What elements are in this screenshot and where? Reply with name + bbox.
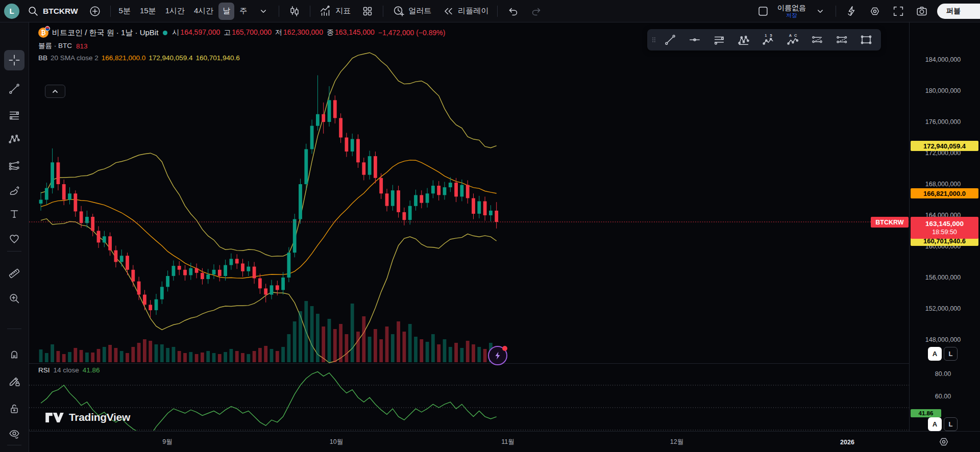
compare-add-symbol-button[interactable]	[84, 3, 106, 20]
undo-icon	[506, 5, 520, 18]
fib-tool[interactable]	[4, 105, 24, 125]
indicators-button[interactable]: 지표	[314, 3, 355, 20]
ruler-tool[interactable]	[4, 263, 24, 284]
main-log-scale-button[interactable]: L	[944, 347, 958, 361]
interval-5분[interactable]: 5분	[115, 3, 135, 20]
interval-4시간[interactable]: 4시간	[190, 3, 217, 20]
fullscreen-icon	[892, 5, 905, 18]
magnet-tool[interactable]	[4, 344, 24, 364]
pencil-lock-tool[interactable]	[4, 371, 24, 391]
tradingview-logo[interactable]: TradingView	[45, 411, 130, 423]
interval-menu-button[interactable]	[252, 3, 275, 20]
publish-button[interactable]: 퍼블	[937, 4, 980, 19]
bb-name[interactable]: BB	[38, 54, 47, 62]
projection-tool[interactable]	[4, 156, 24, 176]
korea-flag-icon	[45, 26, 50, 31]
axis-settings-button[interactable]	[937, 435, 950, 450]
main-auto-scale-button[interactable]: A	[928, 347, 942, 361]
pencil-lock-icon	[8, 374, 21, 388]
rect-favorite-button[interactable]	[854, 30, 878, 49]
drag-handle[interactable]	[650, 30, 658, 49]
legend-collapse-button[interactable]	[45, 85, 65, 98]
last-price-value: 163,145,000	[925, 219, 964, 229]
indicator-templates-button[interactable]	[356, 3, 379, 20]
brush-tool[interactable]	[4, 181, 24, 201]
interval-주[interactable]: 주	[235, 3, 251, 20]
open-value: 164,597,000	[180, 28, 220, 37]
zoom-in-tool[interactable]	[4, 288, 24, 309]
xabcd-favorite-button[interactable]	[731, 30, 756, 49]
rsi-name[interactable]: RSI	[38, 366, 50, 374]
fullscreen-button[interactable]	[887, 3, 910, 20]
symbol-search-button[interactable]: BTCKRW	[24, 3, 83, 20]
symbol-title[interactable]: 비트코인 / 한국 원 · 1날 · UpBit	[52, 28, 158, 38]
user-avatar[interactable]: L	[4, 4, 19, 19]
quick-action-icon	[845, 5, 858, 18]
volume-label[interactable]: 볼륨 · BTC	[38, 41, 72, 51]
crosshair-tool[interactable]	[4, 50, 24, 70]
hline-favorite-button[interactable]	[682, 30, 707, 49]
trendline-favorite-button[interactable]	[658, 30, 682, 49]
alert-clock-icon	[392, 5, 405, 18]
time-tick: 12월	[670, 432, 683, 452]
bb-params: 20 SMA close 2	[51, 54, 99, 62]
time-axis[interactable]: 9월10월11월12월2026	[29, 431, 980, 452]
eye-icon	[8, 428, 21, 441]
layout-select-button[interactable]	[752, 3, 774, 20]
rsi-log-scale-button[interactable]: L	[944, 417, 958, 431]
ray-dotted-favorite-button[interactable]	[805, 30, 829, 49]
lock-tool[interactable]	[4, 398, 24, 419]
price-axis[interactable]: 184,000,000180,000,000176,000,000172,000…	[909, 22, 980, 431]
interval-날[interactable]: 날	[218, 3, 234, 20]
rsi-value-label: 41.86	[911, 409, 941, 417]
chart-legend: ₿ 비트코인 / 한국 원 · 1날 · UpBit 시164,597,000 …	[38, 28, 445, 65]
indicator-price-label: 172,940,059.4	[911, 141, 978, 151]
rsi-value: 41.86	[83, 366, 100, 374]
lightning-trade-button[interactable]	[488, 346, 507, 365]
eye-tool[interactable]	[4, 424, 24, 444]
alert-button[interactable]: 얼러트	[387, 3, 436, 20]
snapshot-button[interactable]	[911, 3, 933, 20]
indicators-label: 지표	[335, 6, 351, 16]
abcd-favorite-button[interactable]: AC	[780, 30, 805, 49]
chart-style-button[interactable]	[283, 3, 306, 20]
interval-15분[interactable]: 15분	[136, 3, 160, 20]
quick-action-button[interactable]	[840, 3, 863, 20]
interval-1시간[interactable]: 1시간	[161, 3, 189, 20]
pane-divider[interactable]	[29, 363, 980, 364]
parallel-favorite-button[interactable]	[707, 30, 731, 49]
toolbar-separator	[110, 6, 111, 17]
svg-text:1: 1	[765, 33, 767, 38]
ray-dotted-icon	[811, 33, 824, 46]
save-label[interactable]: 저장	[786, 12, 797, 18]
market-status-dot[interactable]	[163, 31, 167, 35]
toolbar-divider	[7, 445, 21, 445]
svg-text:C: C	[794, 33, 797, 38]
time-tick: 11월	[501, 432, 514, 452]
layout-name-block[interactable]: 이름없음 저장	[775, 4, 808, 18]
favorite-drawings-toolbar: 15AC	[647, 29, 881, 51]
elliott-favorite-button[interactable]: 15	[756, 30, 780, 49]
rsi-auto-scale-button[interactable]: A	[928, 417, 942, 431]
toolbar-divider	[7, 329, 21, 329]
replay-button[interactable]: 리플레이	[437, 3, 493, 20]
settings-button[interactable]	[864, 3, 886, 20]
volume-layer	[39, 301, 499, 362]
lock-icon	[8, 402, 21, 415]
price-chart[interactable]	[0, 0, 980, 452]
price-tick: 180,000,000	[910, 87, 976, 94]
undo-button[interactable]	[502, 3, 524, 20]
text-tool[interactable]	[4, 204, 24, 224]
heart-tool[interactable]	[4, 229, 24, 249]
pattern-tool[interactable]	[4, 129, 24, 149]
trendline-tool[interactable]	[4, 79, 24, 99]
redo-icon	[530, 5, 543, 18]
ray-solid-favorite-button[interactable]	[829, 30, 854, 49]
toolbar-divider	[7, 251, 21, 252]
drawing-toolbar	[0, 22, 29, 452]
settings-icon	[868, 5, 881, 18]
price-tick: 168,000,000	[910, 181, 976, 188]
layout-menu-button[interactable]	[809, 3, 831, 20]
redo-button[interactable]	[525, 3, 548, 20]
fib-icon	[8, 109, 21, 122]
